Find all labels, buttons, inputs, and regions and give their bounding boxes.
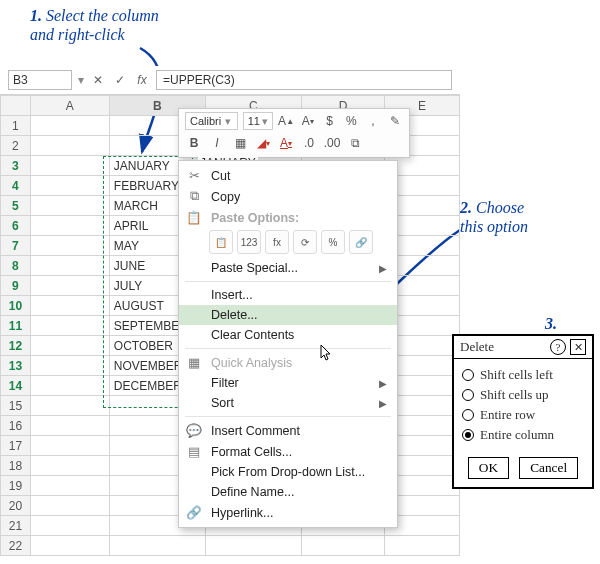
- cm-delete[interactable]: Delete...: [179, 305, 397, 325]
- row-header[interactable]: 13: [1, 356, 31, 376]
- decrease-decimal-icon[interactable]: .0: [300, 134, 318, 152]
- borders-icon[interactable]: ▦: [231, 134, 249, 152]
- cell[interactable]: [30, 156, 109, 176]
- percent-format-icon[interactable]: %: [343, 112, 360, 130]
- paste-option-4[interactable]: %: [321, 230, 345, 254]
- row-header[interactable]: 8: [1, 256, 31, 276]
- delete-option[interactable]: Entire row: [462, 405, 584, 425]
- paste-option-3[interactable]: ⟳: [293, 230, 317, 254]
- row-header[interactable]: 19: [1, 476, 31, 496]
- row-header[interactable]: 12: [1, 336, 31, 356]
- bold-button[interactable]: B: [185, 134, 203, 152]
- row-header[interactable]: 3: [1, 156, 31, 176]
- row-header[interactable]: 17: [1, 436, 31, 456]
- cm-insert[interactable]: Insert...: [179, 285, 397, 305]
- cell[interactable]: [30, 496, 109, 516]
- row-header[interactable]: 4: [1, 176, 31, 196]
- cell[interactable]: [30, 276, 109, 296]
- accounting-format-icon[interactable]: $: [321, 112, 338, 130]
- cell[interactable]: [30, 216, 109, 236]
- cell[interactable]: [30, 236, 109, 256]
- format-painter-icon[interactable]: ✎: [386, 112, 403, 130]
- row-header[interactable]: 6: [1, 216, 31, 236]
- row-header[interactable]: 2: [1, 136, 31, 156]
- row-22[interactable]: 22: [1, 536, 460, 556]
- font-size-select[interactable]: 11▾: [243, 112, 273, 130]
- delete-option[interactable]: Entire column: [462, 425, 584, 445]
- row-header[interactable]: 9: [1, 276, 31, 296]
- cell[interactable]: [30, 336, 109, 356]
- col-header-a[interactable]: A: [30, 96, 109, 116]
- row-header[interactable]: 14: [1, 376, 31, 396]
- dialog-cancel-button[interactable]: Cancel: [519, 457, 578, 479]
- cm-format-cells[interactable]: ▤Format Cells...: [179, 441, 397, 462]
- cell[interactable]: [109, 536, 205, 556]
- merge-center-icon[interactable]: ⧉: [346, 134, 364, 152]
- font-name-select[interactable]: Calibri▾: [185, 112, 238, 130]
- row-header[interactable]: 21: [1, 516, 31, 536]
- cell[interactable]: [30, 536, 109, 556]
- row-header[interactable]: 10: [1, 296, 31, 316]
- cell[interactable]: [30, 296, 109, 316]
- delete-option[interactable]: Shift cells left: [462, 365, 584, 385]
- paste-option-1[interactable]: 123: [237, 230, 261, 254]
- row-header[interactable]: 15: [1, 396, 31, 416]
- cell[interactable]: [30, 376, 109, 396]
- italic-button[interactable]: I: [208, 134, 226, 152]
- increase-decimal-icon[interactable]: .00: [323, 134, 341, 152]
- decrease-font-icon[interactable]: A▾: [299, 112, 316, 130]
- cm-cut[interactable]: ✂Cut: [179, 165, 397, 186]
- row-header[interactable]: 11: [1, 316, 31, 336]
- cell[interactable]: [30, 396, 109, 416]
- row-header[interactable]: 5: [1, 196, 31, 216]
- row-header[interactable]: 18: [1, 456, 31, 476]
- cell[interactable]: [30, 456, 109, 476]
- increase-font-icon[interactable]: A▲: [278, 112, 295, 130]
- comma-format-icon[interactable]: ,: [365, 112, 382, 130]
- dialog-ok-button[interactable]: OK: [468, 457, 509, 479]
- cell[interactable]: [30, 316, 109, 336]
- cell[interactable]: [30, 476, 109, 496]
- row-header[interactable]: 16: [1, 416, 31, 436]
- fx-icon[interactable]: fx: [134, 72, 150, 88]
- cell[interactable]: [30, 356, 109, 376]
- cm-define-name[interactable]: Define Name...: [179, 482, 397, 502]
- paste-option-0[interactable]: 📋: [209, 230, 233, 254]
- cm-hyperlink[interactable]: 🔗Hyperlink...: [179, 502, 397, 523]
- cell[interactable]: [30, 436, 109, 456]
- formula-input[interactable]: =UPPER(C3): [156, 70, 452, 90]
- select-all-corner[interactable]: [1, 96, 31, 116]
- delete-option[interactable]: Shift cells up: [462, 385, 584, 405]
- cell[interactable]: [205, 536, 301, 556]
- paste-option-5[interactable]: 🔗: [349, 230, 373, 254]
- dialog-close-button[interactable]: ✕: [570, 339, 586, 355]
- cm-copy[interactable]: ⧉Copy: [179, 186, 397, 207]
- cell[interactable]: [30, 136, 109, 156]
- cell[interactable]: [30, 416, 109, 436]
- confirm-formula-icon[interactable]: ✓: [112, 72, 128, 88]
- paste-option-2[interactable]: fx: [265, 230, 289, 254]
- dialog-help-button[interactable]: ?: [550, 339, 566, 355]
- submenu-arrow-icon: ▶: [379, 378, 387, 389]
- row-header[interactable]: 7: [1, 236, 31, 256]
- cm-insert-comment[interactable]: 💬Insert Comment: [179, 420, 397, 441]
- cell[interactable]: [30, 516, 109, 536]
- font-color-icon[interactable]: A▾: [277, 134, 295, 152]
- cm-clear-contents[interactable]: Clear Contents: [179, 325, 397, 345]
- cell[interactable]: [30, 176, 109, 196]
- cm-pick-from-list[interactable]: Pick From Drop-down List...: [179, 462, 397, 482]
- cell[interactable]: [30, 256, 109, 276]
- fill-color-icon[interactable]: ◢▾: [254, 134, 272, 152]
- row-header[interactable]: 1: [1, 116, 31, 136]
- cell[interactable]: [385, 536, 460, 556]
- cm-paste-special[interactable]: Paste Special...▶: [179, 258, 397, 278]
- name-box[interactable]: B3: [8, 70, 72, 90]
- row-header[interactable]: 22: [1, 536, 31, 556]
- cm-sort[interactable]: Sort▶: [179, 393, 397, 413]
- cell[interactable]: [301, 536, 384, 556]
- cancel-formula-icon[interactable]: ✕: [90, 72, 106, 88]
- row-header[interactable]: 20: [1, 496, 31, 516]
- cell[interactable]: [30, 196, 109, 216]
- cm-filter[interactable]: Filter▶: [179, 373, 397, 393]
- cell[interactable]: [30, 116, 109, 136]
